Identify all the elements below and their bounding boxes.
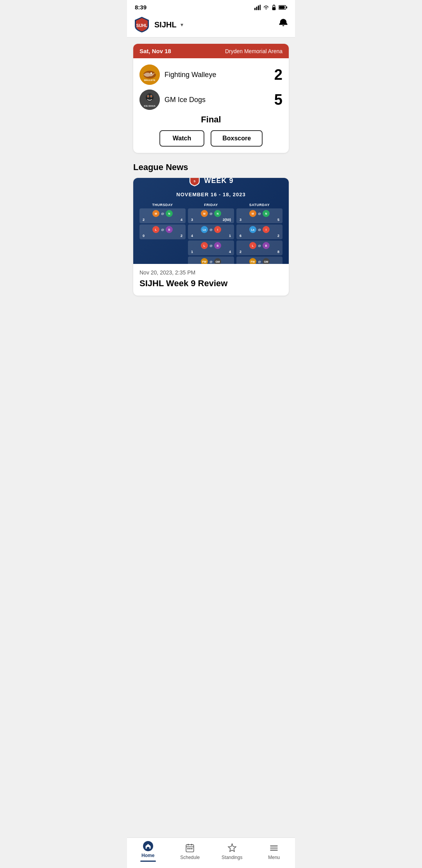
nav-home-indicator xyxy=(140,861,156,862)
svg-text:SIJHL: SIJHL xyxy=(136,23,147,28)
league-news-section: League News S WEEK 9 NOVEMBER 16 - 18, 2… xyxy=(133,162,289,296)
boxscore-button[interactable]: Boxscore xyxy=(211,130,263,147)
away-team-info: ICE DOGS GM Ice Dogs xyxy=(139,90,206,110)
svg-point-12 xyxy=(150,72,152,74)
status-time: 8:39 xyxy=(135,4,147,11)
main-content: Sat, Nov 18 Dryden Memorial Arena WALLEY… xyxy=(127,38,295,331)
svg-rect-7 xyxy=(279,6,284,9)
schedule-icon xyxy=(185,843,195,853)
svg-rect-25 xyxy=(191,844,192,845)
news-date: Nov 20, 2023, 2:35 PM xyxy=(139,269,283,276)
standings-icon xyxy=(227,843,237,853)
league-news-title: League News xyxy=(133,162,289,172)
menu-icon xyxy=(269,843,279,853)
svg-rect-28 xyxy=(191,848,193,849)
svg-rect-8 xyxy=(286,6,287,8)
game-card-body: WALLEYE Fighting Walleye 2 xyxy=(133,58,289,153)
news-image-content: S WEEK 9 NOVEMBER 16 - 18, 2023 THURSDAY xyxy=(133,178,289,264)
nav-schedule-label: Schedule xyxy=(180,855,200,860)
nav-item-schedule[interactable]: Schedule xyxy=(169,843,211,860)
svg-text:ICE DOGS: ICE DOGS xyxy=(144,105,155,107)
wifi-icon xyxy=(263,5,269,10)
fighting-walleye-logo: WALLEYE xyxy=(139,65,160,85)
svg-rect-29 xyxy=(270,845,278,846)
game-date: Sat, Nov 18 xyxy=(139,48,171,54)
header-title: SIJHL xyxy=(154,20,177,29)
thursday-column: THURSDAY M @ N 2 4 xyxy=(139,203,186,264)
svg-rect-30 xyxy=(270,847,278,848)
nav-item-home[interactable]: Home xyxy=(127,841,169,862)
home-team-info: WALLEYE Fighting Walleye xyxy=(139,65,216,85)
gm-ice-dogs-logo: ICE DOGS xyxy=(139,90,160,110)
header-brand[interactable]: SIJHL SIJHL ▾ xyxy=(133,16,183,33)
nav-home-label: Home xyxy=(141,853,154,858)
svg-rect-31 xyxy=(270,850,278,850)
news-sijhl-logo: S xyxy=(188,178,201,187)
svg-rect-24 xyxy=(188,844,189,845)
home-team-score: 2 xyxy=(274,66,283,83)
nav-menu-label: Menu xyxy=(268,855,280,860)
game-action-buttons: Watch Boxscore xyxy=(139,130,283,147)
svg-rect-2 xyxy=(258,5,259,10)
news-card[interactable]: S WEEK 9 NOVEMBER 16 - 18, 2023 THURSDAY xyxy=(133,178,289,296)
app-header: SIJHL SIJHL ▾ xyxy=(127,13,295,38)
game-card: Sat, Nov 18 Dryden Memorial Arena WALLEY… xyxy=(133,44,289,153)
watch-button[interactable]: Watch xyxy=(159,130,204,147)
bottom-navigation: Home Schedule Standings Menu xyxy=(127,838,295,868)
friday-column: FRIDAY M @ N 3 2(50) xyxy=(188,203,234,264)
svg-rect-27 xyxy=(190,848,191,849)
notifications-bell-icon[interactable] xyxy=(278,18,289,31)
svg-rect-3 xyxy=(260,5,261,10)
away-team-name: GM Ice Dogs xyxy=(165,96,206,104)
status-bar: 8:39 xyxy=(127,0,295,13)
week-title-label: WEEK 9 xyxy=(204,178,233,185)
lock-icon xyxy=(272,5,276,10)
nav-standings-label: Standings xyxy=(222,855,242,860)
home-team-name: Fighting Walleye xyxy=(165,71,216,79)
battery-icon xyxy=(279,5,287,10)
saturday-column: SATURDAY M @ N 3 5 xyxy=(236,203,283,264)
svg-point-18 xyxy=(148,96,149,97)
svg-rect-1 xyxy=(256,7,257,10)
svg-rect-26 xyxy=(188,848,189,849)
svg-text:S: S xyxy=(194,179,196,183)
signal-icon xyxy=(254,5,261,10)
away-team-row: ICE DOGS GM Ice Dogs 5 xyxy=(139,90,283,110)
home-team-row: WALLEYE Fighting Walleye 2 xyxy=(139,65,283,85)
game-venue: Dryden Memorial Arena xyxy=(225,48,283,54)
svg-point-19 xyxy=(151,96,152,97)
chevron-down-icon: ▾ xyxy=(181,22,183,28)
news-title: SIJHL Week 9 Review xyxy=(139,278,283,289)
news-image: S WEEK 9 NOVEMBER 16 - 18, 2023 THURSDAY xyxy=(133,178,289,264)
status-icons xyxy=(254,5,287,10)
nav-item-menu[interactable]: Menu xyxy=(253,843,295,860)
nav-item-standings[interactable]: Standings xyxy=(211,843,253,860)
week-dates-label: NOVEMBER 16 - 18, 2023 xyxy=(176,192,245,197)
svg-rect-5 xyxy=(272,7,276,10)
game-status: Final xyxy=(139,115,283,125)
week-header: S WEEK 9 xyxy=(188,178,233,187)
sijhl-logo: SIJHL xyxy=(133,16,150,33)
news-body: Nov 20, 2023, 2:35 PM SIJHL Week 9 Revie… xyxy=(133,264,289,296)
svg-rect-0 xyxy=(254,8,256,10)
away-team-score: 5 xyxy=(274,91,283,108)
home-icon xyxy=(143,841,153,851)
svg-point-4 xyxy=(266,8,266,9)
svg-text:WALLEYE: WALLEYE xyxy=(144,79,155,81)
game-card-header: Sat, Nov 18 Dryden Memorial Arena xyxy=(133,44,289,58)
